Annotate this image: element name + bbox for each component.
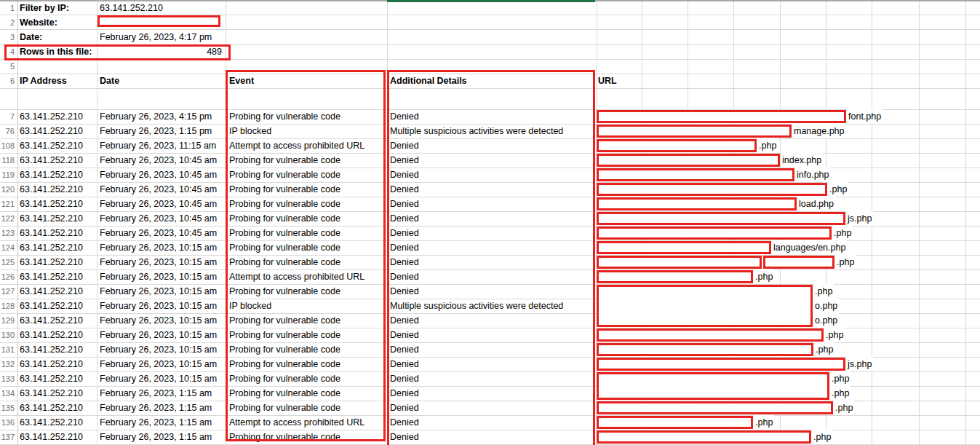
row-number[interactable]: 131 bbox=[0, 342, 15, 357]
url-cell[interactable]: .php bbox=[832, 226, 853, 240]
ip-cell[interactable]: 63.141.252.210 bbox=[17, 386, 97, 401]
row-number[interactable]: 2 bbox=[0, 15, 15, 30]
ip-cell[interactable]: 63.141.252.210 bbox=[17, 109, 97, 124]
ip-cell[interactable]: 63.141.252.210 bbox=[17, 371, 97, 386]
url-cell[interactable]: .php bbox=[754, 415, 774, 430]
url-cell[interactable]: manage.php bbox=[792, 124, 846, 138]
url-cell[interactable]: .php bbox=[812, 430, 832, 444]
row-number[interactable]: 126 bbox=[0, 269, 15, 284]
row-number[interactable]: 7 bbox=[0, 109, 15, 124]
date-cell[interactable]: February 26, 2023, 1:15 am bbox=[97, 386, 226, 401]
date-cell[interactable]: February 26, 2023, 10:15 am bbox=[97, 313, 226, 328]
row-number[interactable]: 3 bbox=[0, 30, 15, 44]
url-cell[interactable]: .php bbox=[757, 138, 778, 153]
row-number[interactable]: 134 bbox=[0, 386, 15, 401]
date-cell[interactable]: February 26, 2023, 10:45 am bbox=[97, 197, 226, 211]
row-number[interactable]: 136 bbox=[0, 415, 15, 430]
ip-cell[interactable]: 63.141.252.210 bbox=[17, 415, 97, 430]
date-cell[interactable]: February 26, 2023, 1:15 am bbox=[97, 401, 226, 415]
row-number[interactable]: 120 bbox=[0, 182, 15, 197]
url-cell[interactable]: load.php bbox=[797, 197, 835, 211]
ip-cell[interactable]: 63.141.252.210 bbox=[17, 240, 97, 255]
ip-cell[interactable]: 63.141.252.210 bbox=[17, 342, 97, 357]
date-cell[interactable]: February 26, 2023, 10:15 am bbox=[97, 328, 226, 342]
column-header-url[interactable]: URL bbox=[597, 74, 642, 88]
date-cell[interactable]: February 26, 2023, 11:15 am bbox=[97, 138, 226, 153]
ip-cell[interactable]: 63.141.252.210 bbox=[17, 153, 97, 168]
url-cell[interactable]: .php bbox=[830, 386, 850, 401]
row-number[interactable]: 132 bbox=[0, 357, 15, 371]
date-cell[interactable]: February 26, 2023, 10:45 am bbox=[97, 168, 226, 182]
row-number[interactable]: 135 bbox=[0, 401, 15, 415]
ip-cell[interactable]: 63.141.252.210 bbox=[17, 211, 97, 226]
row-number[interactable]: 118 bbox=[0, 153, 15, 168]
info-label-filter-by-ip[interactable]: Filter by IP: bbox=[17, 1, 107, 15]
url-cell[interactable]: .php bbox=[754, 269, 774, 284]
row-number[interactable]: 108 bbox=[0, 138, 15, 153]
row-number[interactable]: 125 bbox=[0, 255, 15, 269]
date-cell[interactable]: February 26, 2023, 10:15 am bbox=[97, 240, 226, 255]
ip-cell[interactable]: 63.141.252.210 bbox=[17, 182, 97, 197]
ip-cell[interactable]: 63.141.252.210 bbox=[17, 313, 97, 328]
url-cell[interactable]: .php bbox=[813, 284, 834, 299]
info-value-filter-by-ip[interactable]: 63.141.252.210 bbox=[97, 1, 226, 15]
ip-cell[interactable]: 63.141.252.210 bbox=[17, 138, 97, 153]
date-cell[interactable]: February 26, 2023, 1:15 pm bbox=[97, 124, 226, 138]
date-cell[interactable]: February 26, 2023, 10:15 am bbox=[97, 371, 226, 386]
row-number[interactable]: 76 bbox=[0, 124, 15, 138]
row-number[interactable]: 129 bbox=[0, 313, 15, 328]
info-label-website[interactable]: Website: bbox=[17, 15, 97, 30]
ip-cell[interactable]: 63.141.252.210 bbox=[17, 401, 97, 415]
row-number[interactable]: 6 bbox=[0, 74, 15, 88]
row-number[interactable]: 128 bbox=[0, 299, 15, 313]
url-cell[interactable]: js.php bbox=[846, 357, 873, 371]
url-cell[interactable]: languages/en.php bbox=[772, 240, 847, 255]
row-number[interactable]: 122 bbox=[0, 211, 15, 226]
date-cell[interactable]: February 26, 2023, 1:15 am bbox=[97, 430, 226, 444]
date-cell[interactable]: February 26, 2023, 10:15 am bbox=[97, 255, 226, 269]
ip-cell[interactable]: 63.141.252.210 bbox=[17, 226, 97, 240]
row-number[interactable]: 130 bbox=[0, 328, 15, 342]
url-cell[interactable]: .php bbox=[824, 328, 845, 342]
ip-cell[interactable]: 63.141.252.210 bbox=[17, 357, 97, 371]
row-number[interactable]: 133 bbox=[0, 371, 15, 386]
column-header-date[interactable]: Date bbox=[97, 74, 226, 88]
row-number[interactable]: 1 bbox=[0, 1, 15, 15]
column-header-ip-address[interactable]: IP Address bbox=[17, 74, 97, 88]
url-cell[interactable]: .php bbox=[828, 182, 848, 197]
row-number[interactable]: 127 bbox=[0, 284, 15, 299]
ip-cell[interactable]: 63.141.252.210 bbox=[17, 124, 97, 138]
url-cell[interactable]: font.php bbox=[847, 109, 883, 124]
row-number[interactable]: 5 bbox=[0, 59, 15, 74]
date-cell[interactable]: February 26, 2023, 10:45 am bbox=[97, 211, 226, 226]
row-number[interactable]: 119 bbox=[0, 168, 15, 182]
info-value-date[interactable]: February 26, 2023, 4:17 pm bbox=[97, 30, 226, 44]
row-number[interactable]: 137 bbox=[0, 430, 15, 444]
date-cell[interactable]: February 26, 2023, 10:15 am bbox=[97, 357, 226, 371]
date-cell[interactable]: February 26, 2023, 10:15 am bbox=[97, 342, 226, 357]
ip-cell[interactable]: 63.141.252.210 bbox=[17, 430, 97, 444]
ip-cell[interactable]: 63.141.252.210 bbox=[17, 269, 97, 284]
date-cell[interactable]: February 26, 2023, 10:45 am bbox=[97, 226, 226, 240]
row-number[interactable]: 123 bbox=[0, 226, 15, 240]
date-cell[interactable]: February 26, 2023, 1:15 am bbox=[97, 415, 226, 430]
date-cell[interactable]: February 26, 2023, 10:45 am bbox=[97, 182, 226, 197]
url-cell[interactable]: .php bbox=[814, 342, 834, 357]
ip-cell[interactable]: 63.141.252.210 bbox=[17, 299, 97, 313]
ip-cell[interactable]: 63.141.252.210 bbox=[17, 255, 97, 269]
url-cell[interactable]: js.php bbox=[846, 211, 873, 226]
row-number[interactable]: 124 bbox=[0, 240, 15, 255]
date-cell[interactable]: February 26, 2023, 4:15 pm bbox=[97, 109, 226, 124]
url-cell[interactable]: .php bbox=[830, 371, 850, 386]
date-cell[interactable]: February 26, 2023, 10:15 am bbox=[97, 284, 226, 299]
url-cell[interactable]: .php bbox=[834, 401, 854, 415]
date-cell[interactable]: February 26, 2023, 10:45 am bbox=[97, 153, 226, 168]
url-cell[interactable]: o.php bbox=[813, 299, 839, 313]
ip-cell[interactable]: 63.141.252.210 bbox=[17, 168, 97, 182]
url-cell[interactable]: o.php bbox=[813, 313, 839, 328]
ip-cell[interactable]: 63.141.252.210 bbox=[17, 197, 97, 211]
date-cell[interactable]: February 26, 2023, 10:15 am bbox=[97, 299, 226, 313]
url-cell[interactable]: index.php bbox=[781, 153, 823, 168]
url-cell[interactable]: info.php bbox=[795, 168, 830, 182]
url-cell[interactable]: .php bbox=[835, 255, 856, 269]
